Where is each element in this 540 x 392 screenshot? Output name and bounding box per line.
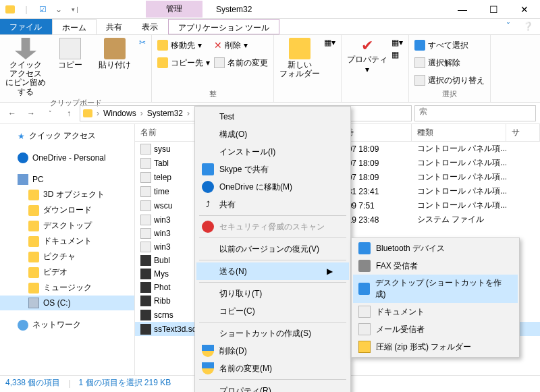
menu-item-label: Bluetooth デバイス — [376, 243, 445, 254]
nav-network-label: ネットワーク — [32, 319, 81, 331]
pin-to-quick-access-button[interactable]: クイック アクセス にピン留めする — [5, 38, 46, 96]
history-dropdown[interactable]: ˅ — [42, 105, 58, 121]
properties-button[interactable]: ✔プロパティ▾ — [347, 38, 387, 75]
cut-icon[interactable]: ✂ — [139, 38, 146, 47]
file-name: Tabl — [154, 159, 169, 168]
group-clipboard: クイック アクセス にピン留めする コピー 貼り付け ✂ クリップボード — [0, 35, 152, 102]
file-name: Ribb — [154, 296, 171, 306]
maximize-button[interactable]: ☐ — [478, 0, 509, 19]
copy-button[interactable]: コピー — [50, 38, 90, 69]
menu-item[interactable]: 名前の変更(M) — [196, 360, 349, 377]
menu-item[interactable]: 切り取り(T) — [196, 285, 349, 302]
nav-pc-item[interactable]: ビデオ — [0, 264, 134, 280]
qat-overflow-icon[interactable]: ⌄ — [51, 2, 66, 17]
tab-share[interactable]: 共有 — [97, 19, 132, 34]
menu-item[interactable]: セキュリティ脅威のスキャン — [196, 218, 349, 235]
invert-selection-button[interactable]: 選択の切り替え — [414, 73, 485, 88]
menu-item[interactable]: メール受信者 — [353, 320, 518, 338]
crumb-windows[interactable]: Windows — [103, 109, 136, 118]
new-folder-button[interactable]: 新しい フォルダー — [279, 38, 320, 78]
nav-pc-item[interactable]: ミュージック — [0, 280, 134, 296]
edit-icon[interactable]: ▦ — [392, 50, 403, 59]
copyto-button[interactable]: コピー先 ▾ — [157, 55, 210, 70]
menu-item[interactable]: プロパティ(R) — [196, 382, 349, 392]
menu-icon — [358, 283, 370, 295]
select-all-button[interactable]: すべて選択 — [414, 38, 485, 53]
menu-item[interactable]: インストール(I) — [196, 143, 349, 161]
menu-item[interactable]: 削除(D) — [196, 342, 349, 360]
menu-item[interactable]: ドキュメント — [353, 303, 518, 320]
menu-item[interactable]: 送る(N)▶ — [196, 262, 349, 280]
menu-item-label: デスクトップ (ショートカットを作成) — [375, 277, 502, 300]
moveto-button[interactable]: 移動先 ▾ — [157, 38, 210, 53]
menu-icon — [202, 181, 214, 193]
nav-pc-label: PC — [32, 175, 44, 184]
moveto-label: 移動先 — [171, 40, 195, 51]
newfolder-label: 新しい フォルダー — [279, 61, 320, 78]
file-type: コントロール パネル項... — [412, 142, 506, 156]
nav-pc-item[interactable]: ダウンロード — [0, 202, 134, 218]
rename-button[interactable]: 名前の変更 — [214, 55, 268, 70]
menu-item[interactable]: Skype で共有 — [196, 161, 349, 178]
menu-item[interactable]: コピー(C) — [196, 302, 349, 320]
quick-access-toolbar: | ☑ ⌄ ▾ | — [0, 2, 85, 17]
file-type: コントロール パネル項... — [412, 184, 506, 198]
menu-icon — [358, 323, 371, 335]
collapse-ribbon-icon[interactable]: ˇ — [500, 19, 516, 34]
nav-pc-item[interactable]: 3D オブジェクト — [0, 187, 134, 202]
menu-item[interactable]: デスクトップ (ショートカットを作成) — [353, 275, 518, 303]
file-icon — [140, 242, 151, 252]
ribbon: クイック アクセス にピン留めする コピー 貼り付け ✂ クリップボード 移動先… — [0, 35, 540, 103]
search-input[interactable]: 索 — [414, 105, 536, 121]
menu-item[interactable]: ショートカットの作成(S) — [196, 325, 349, 342]
tab-home[interactable]: ホーム — [52, 19, 97, 34]
nav-pc-item[interactable]: デスクトップ — [0, 218, 134, 233]
clipboard-icon — [104, 38, 126, 59]
menu-item[interactable]: 以前のバージョンの復元(V) — [196, 240, 349, 258]
file-icon — [140, 186, 151, 197]
new-item-icon[interactable]: ▦▾ — [324, 38, 335, 47]
file-name: Bubl — [154, 256, 170, 265]
nav-pc-item[interactable]: ピクチャ — [0, 249, 134, 264]
menu-item[interactable]: ⤴共有 — [196, 196, 349, 213]
file-icon — [140, 172, 151, 183]
select-none-button[interactable]: 選択解除 — [414, 55, 485, 70]
menu-item[interactable]: FAX 受信者 — [353, 257, 518, 275]
menu-item-label: 構成(O) — [219, 129, 247, 140]
forward-button[interactable]: → — [23, 105, 39, 121]
open-icon[interactable]: ▦▾ — [392, 38, 403, 47]
menu-item[interactable]: Test — [196, 108, 349, 125]
check-icon[interactable]: ☑ — [35, 2, 50, 17]
up-button[interactable]: ↑ — [61, 105, 77, 121]
close-button[interactable]: ✕ — [509, 0, 540, 19]
minimize-button[interactable]: ― — [447, 0, 478, 19]
delete-button[interactable]: ✕削除 ▾ — [214, 38, 268, 53]
help-icon[interactable]: ❔ — [516, 19, 540, 34]
nav-item-label: ドキュメント — [43, 235, 92, 247]
tab-file[interactable]: ファイル — [0, 19, 52, 34]
tab-view[interactable]: 表示 — [132, 19, 168, 34]
menu-item[interactable]: 圧縮 (zip 形式) フォルダー — [353, 338, 518, 356]
menu-item[interactable]: 構成(O) — [196, 125, 349, 143]
back-button[interactable]: ← — [4, 105, 20, 121]
file-icon — [140, 255, 151, 266]
file-type — [412, 232, 506, 235]
nav-pc-item[interactable]: ドキュメント — [0, 233, 134, 249]
col-type[interactable]: 種類 — [412, 124, 506, 141]
nav-network[interactable]: ネットワーク — [0, 317, 134, 333]
tab-app-tools[interactable]: アプリケーション ツール — [168, 19, 279, 34]
group-new: 新しい フォルダー ▦▾ — [274, 35, 342, 102]
nav-pc[interactable]: PC — [0, 172, 134, 187]
nav-onedrive-label: OneDrive - Personal — [32, 153, 106, 163]
group-select-label: 選択 — [414, 88, 485, 102]
crumb-system32[interactable]: System32 — [147, 109, 183, 118]
nav-onedrive[interactable]: OneDrive - Personal — [0, 150, 134, 165]
col-size[interactable]: サ — [506, 124, 540, 141]
paste-button[interactable]: 貼り付け — [94, 38, 135, 69]
menu-item[interactable]: Bluetooth デバイス — [353, 240, 518, 257]
menu-item[interactable]: OneDrive に移動(M) — [196, 178, 349, 196]
nav-quick-access[interactable]: ★クイック アクセス — [0, 128, 134, 144]
sendto-submenu: Bluetooth デバイスFAX 受信者デスクトップ (ショートカットを作成)… — [351, 237, 520, 358]
nav-pc-item[interactable]: OS (C:) — [0, 296, 134, 310]
qat-dropdown-icon[interactable]: ▾ | — [68, 2, 82, 17]
